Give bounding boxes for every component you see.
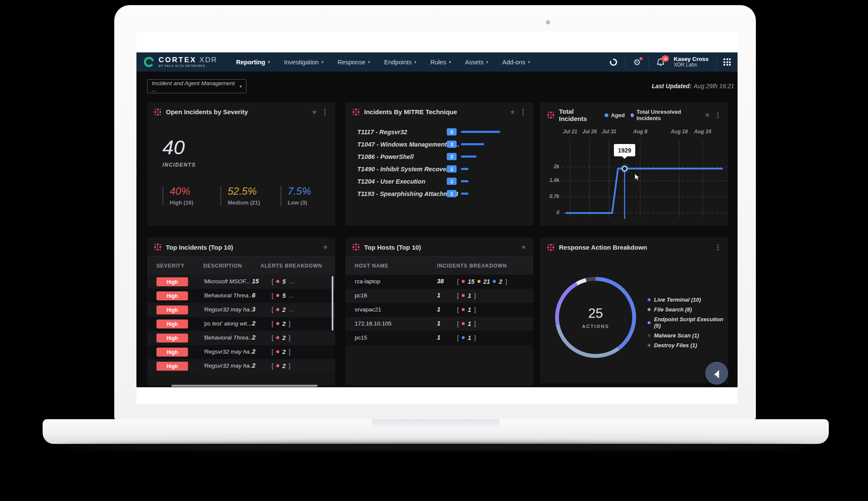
- incident-description: 'Regsvr32 may ha...: [203, 348, 255, 355]
- mitre-technique-name: T1193 - Spearphishing Attachment: [357, 190, 447, 197]
- menu-item-add-ons[interactable]: Add-ons▾: [502, 59, 530, 66]
- mitre-count-badge: 1: [447, 178, 457, 185]
- mitre-count-badge: 3: [447, 141, 457, 148]
- alert-value: 2: [282, 306, 286, 313]
- severity-badge: High: [156, 334, 188, 343]
- favorite-star-icon[interactable]: ★: [521, 243, 527, 251]
- legend-label: File Search (8): [654, 306, 692, 313]
- nav-divider: [625, 57, 625, 68]
- mitre-bar: [461, 193, 469, 195]
- incident-description: 'Regsvr32 may ha...: [203, 306, 255, 313]
- report-selector[interactable]: Incident and Agent Management ... ▾: [147, 79, 246, 93]
- table-row[interactable]: High'Microsoft MSOF...15[5…: [147, 275, 335, 289]
- table-row[interactable]: High'Regsvr32 may ha...2[2]: [147, 345, 335, 359]
- gear-alert-dot: [639, 57, 642, 60]
- settings-gear-icon[interactable]: ⚙: [632, 57, 642, 67]
- favorite-star-icon[interactable]: ★: [312, 108, 317, 116]
- legend-dot: [648, 321, 651, 324]
- mitre-row[interactable]: T1193 - Spearphishing Attachment1: [357, 190, 526, 198]
- incident-value: 1: [468, 306, 471, 313]
- actions-label: ACTIONS: [582, 324, 609, 329]
- mitre-row[interactable]: T1086 - PowerShell2: [357, 153, 526, 161]
- bracket-open: [: [272, 292, 273, 299]
- alerts-breakdown: [5…: [272, 292, 295, 299]
- table-row[interactable]: 172.16.10.1051[1]: [345, 317, 533, 331]
- incident-description: 'ps test' along wit...: [203, 320, 252, 327]
- mitre-row[interactable]: T1047 - Windows Management In...3: [357, 140, 526, 148]
- favorite-star-icon[interactable]: ★: [510, 108, 515, 116]
- menu-item-endpoints[interactable]: Endpoints▾: [384, 59, 417, 66]
- incident-value: 1: [468, 292, 471, 299]
- table-row[interactable]: High'Regsvr32 may ha...2[2]: [147, 359, 335, 373]
- kebab-menu-icon[interactable]: ⋮: [321, 108, 328, 116]
- nav-divider: [717, 57, 717, 68]
- x-tick-label: Jul 26: [582, 129, 597, 135]
- menu-item-label: Endpoints: [384, 59, 412, 66]
- mitre-technique-name: T1204 - User Execution: [357, 178, 447, 185]
- menu-item-reporting[interactable]: Reporting▾: [236, 59, 270, 66]
- table-row[interactable]: High'Behavioral Threa...2[2]: [147, 331, 335, 345]
- incident-description: 'Behavioral Threa...: [203, 334, 253, 341]
- alerts-breakdown: [2…: [272, 306, 295, 313]
- laptop-notch: [372, 419, 500, 429]
- severity-dot: [462, 294, 465, 297]
- donut-legend-item: File Search (8): [648, 306, 728, 313]
- favorite-star-icon[interactable]: ★: [323, 243, 328, 251]
- chevron-down-icon: ▾: [321, 60, 324, 64]
- brand-logo[interactable]: CORTEX XDR BY PALO ALTO NETWORKS: [143, 56, 217, 68]
- mitre-technique-name: T1490 - Inhibit System Recovery: [357, 166, 447, 173]
- mitre-row[interactable]: T1117 - Regsvr325: [357, 128, 526, 136]
- severity-dot: [493, 280, 496, 283]
- table-row[interactable]: srvapac211[1]: [345, 303, 533, 317]
- severity-dot: [276, 350, 279, 353]
- menu-item-assets[interactable]: Assets▾: [465, 59, 489, 66]
- table-row[interactable]: High'Behavioral Threa...6[5…: [147, 289, 335, 303]
- kebab-menu-icon[interactable]: ⋮: [715, 243, 721, 251]
- legend-label: Endpoint Script Execution (5): [654, 316, 728, 329]
- chevron-down-icon: ▾: [240, 84, 242, 89]
- widget-dots-icon: [154, 108, 162, 116]
- menu-item-rules[interactable]: Rules▾: [431, 59, 451, 66]
- webcam-dot: [546, 20, 550, 24]
- notifications-bell-icon[interactable]: 4: [655, 57, 665, 67]
- kebab-menu-icon[interactable]: ⋮: [715, 111, 721, 119]
- kebab-menu-icon[interactable]: ⋮: [520, 108, 527, 116]
- severity-badge: High: [156, 362, 188, 371]
- mitre-count-badge: 1: [447, 165, 457, 173]
- menu-item-response[interactable]: Response▾: [338, 59, 370, 66]
- chevron-down-icon: ▾: [368, 60, 370, 64]
- host-name: 172.16.10.105: [355, 320, 391, 327]
- favorite-star-icon[interactable]: ★: [705, 111, 710, 119]
- vertical-scrollbar[interactable]: [332, 276, 333, 331]
- table-row[interactable]: rza-laptop38[15212]: [345, 275, 533, 289]
- alert-value: 5: [282, 278, 286, 285]
- severity-dot: [462, 308, 465, 311]
- response-actions-donut-chart[interactable]: 25 ACTIONS: [555, 277, 636, 358]
- menu-item-investigation[interactable]: Investigation▾: [284, 59, 323, 66]
- table-row[interactable]: pc151[1]: [345, 331, 533, 345]
- x-tick-label: Jul 21: [563, 129, 577, 135]
- feedback-send-button[interactable]: [705, 362, 728, 385]
- column-description: DESCRIPTION: [203, 263, 242, 269]
- alert-count: 2: [252, 348, 255, 355]
- horizontal-scrollbar[interactable]: [171, 385, 318, 387]
- query-icon[interactable]: [608, 57, 619, 67]
- user-menu[interactable]: Kasey Cross XDR Labs: [674, 56, 709, 68]
- table-row[interactable]: pc161[1]: [345, 289, 533, 303]
- table-row[interactable]: High'Regsvr32 may ha...3[2…: [147, 303, 335, 317]
- donut-center: 25 ACTIONS: [555, 277, 636, 358]
- donut-legend-item: Endpoint Script Execution (5): [648, 316, 728, 329]
- x-tick-label: Jul 31: [602, 129, 616, 135]
- mitre-row[interactable]: T1490 - Inhibit System Recovery1: [357, 165, 526, 173]
- column-incidents-breakdown: INCIDENTS BREAKDOWN: [437, 263, 507, 269]
- mitre-row[interactable]: T1204 - User Execution1: [357, 177, 526, 185]
- app-launcher-icon[interactable]: [723, 58, 731, 66]
- alert-count: 6: [252, 292, 255, 299]
- severity-dot: [276, 308, 279, 311]
- severity-label: Low (3): [288, 199, 318, 206]
- table-row[interactable]: High'ps test' along wit...2[2]: [147, 317, 335, 331]
- bracket-open: [: [457, 278, 459, 285]
- send-icon: [710, 367, 723, 380]
- user-name: Kasey Cross: [674, 56, 709, 63]
- host-name: pc16: [355, 292, 367, 299]
